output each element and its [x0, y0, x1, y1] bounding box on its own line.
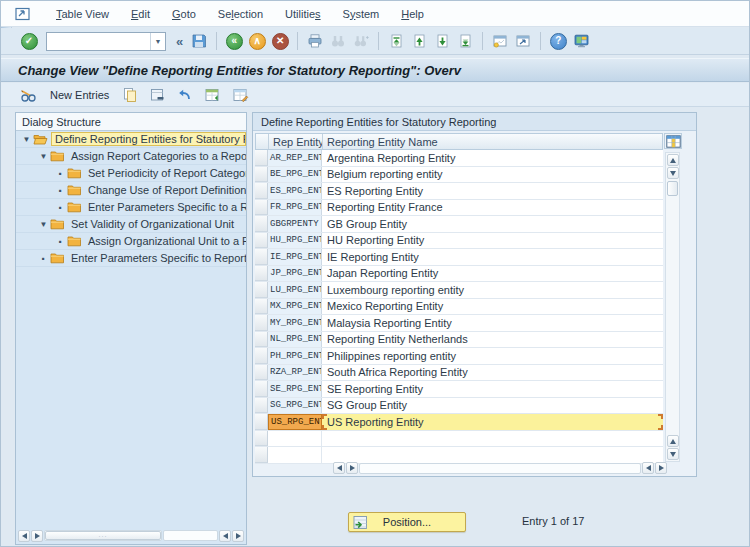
- dialog-structure-hscrollbar[interactable]: ···: [18, 529, 244, 542]
- entity-name-cell[interactable]: HU Reporting Entity: [322, 233, 663, 249]
- rep-entity-cell[interactable]: RZA_RP_ENT: [268, 365, 322, 381]
- row-select-cell[interactable]: [255, 249, 268, 265]
- scrollbar-thumb[interactable]: [667, 181, 678, 196]
- rep-entity-cell[interactable]: NL_RPG_ENT: [268, 332, 322, 348]
- entity-name-cell[interactable]: Malaysia Reporting Entity: [322, 315, 663, 331]
- find-next-button[interactable]: [351, 31, 371, 51]
- menu-item-selection[interactable]: Selection: [207, 5, 274, 23]
- table-vscrollbar[interactable]: [665, 152, 680, 462]
- row-select-cell[interactable]: [255, 315, 268, 331]
- scroll-right-button[interactable]: [31, 530, 43, 542]
- entity-name-cell[interactable]: Argentina Reporting Entity: [322, 150, 663, 166]
- scrollbar-track[interactable]: [359, 463, 641, 474]
- collapse-node-icon[interactable]: ▼: [37, 152, 50, 161]
- entity-name-cell[interactable]: Philippines reporting entity: [322, 348, 663, 364]
- exit-button[interactable]: ∧: [247, 31, 267, 51]
- scrollbar-thumb[interactable]: ···: [45, 531, 161, 540]
- tree-item[interactable]: ·Set Periodicity of Report Category: [16, 165, 246, 182]
- entity-name-cell[interactable]: [322, 447, 663, 463]
- rep-entity-cell[interactable]: MY_RPG_ENT: [268, 315, 322, 331]
- rep-entity-cell[interactable]: IE_RPG_ENT: [268, 249, 322, 265]
- copy-as-button[interactable]: [120, 85, 140, 105]
- row-select-cell[interactable]: [255, 266, 268, 282]
- menu-item-table-view[interactable]: Table View: [45, 5, 120, 23]
- scroll-up-button[interactable]: [667, 154, 679, 166]
- position-button[interactable]: Position...: [348, 512, 466, 532]
- rep-entity-cell[interactable]: GBGRPENTY: [268, 216, 322, 232]
- new-session-button[interactable]: [490, 31, 510, 51]
- entity-name-cell[interactable]: Japan Reporting Entity: [322, 266, 663, 282]
- rep-entity-cell[interactable]: US_RPG_ENT: [268, 414, 322, 430]
- column-header-rep-entity[interactable]: Rep Entity: [269, 134, 323, 149]
- select-all-button[interactable]: [202, 85, 223, 105]
- rep-entity-cell[interactable]: MX_RPG_ENT: [268, 299, 322, 315]
- save-button[interactable]: [189, 31, 209, 51]
- tree-item[interactable]: ·Enter Parameters Specific to a Report: [16, 199, 246, 216]
- row-select-cell[interactable]: [255, 167, 268, 183]
- scrollbar-track[interactable]: ···: [44, 530, 162, 541]
- rep-entity-cell[interactable]: [268, 431, 322, 447]
- row-select-cell[interactable]: [255, 447, 268, 463]
- scroll-down-button[interactable]: [667, 167, 679, 179]
- tree-item[interactable]: ·Assign Organizational Unit to a Report: [16, 233, 246, 250]
- tree-item[interactable]: ·Change Use of Report Definition: [16, 182, 246, 199]
- rep-entity-cell[interactable]: LU_RPG_ENT: [268, 282, 322, 298]
- column-header-entity-name[interactable]: Reporting Entity Name: [323, 134, 662, 149]
- tree-item[interactable]: ▼Set Validity of Organizational Unit: [16, 216, 246, 233]
- row-select-cell[interactable]: [255, 381, 268, 397]
- entity-name-cell[interactable]: US Reporting Entity: [322, 414, 663, 430]
- row-select-cell[interactable]: [255, 431, 268, 447]
- entity-name-cell[interactable]: [322, 431, 663, 447]
- cancel-button[interactable]: ✕: [270, 31, 290, 51]
- row-select-cell[interactable]: [255, 282, 268, 298]
- rep-entity-cell[interactable]: [268, 447, 322, 463]
- next-page-button[interactable]: [432, 31, 452, 51]
- command-input[interactable]: [47, 34, 150, 49]
- scroll-left-button[interactable]: [219, 530, 231, 542]
- entity-name-cell[interactable]: ES Reporting Entity: [322, 183, 663, 199]
- entity-name-cell[interactable]: GB Group Entity: [322, 216, 663, 232]
- table-settings-button[interactable]: [664, 133, 682, 149]
- scroll-right-button[interactable]: [232, 530, 244, 542]
- customize-layout-button[interactable]: [571, 31, 591, 51]
- rep-entity-cell[interactable]: ES_RPG_ENT: [268, 183, 322, 199]
- tree-item[interactable]: ▼Define Reporting Entities for Statutory…: [16, 131, 246, 148]
- scroll-left-button[interactable]: [18, 530, 30, 542]
- chevron-down-icon[interactable]: ▼: [150, 33, 165, 50]
- scrollbar-track[interactable]: [163, 530, 218, 541]
- entity-name-cell[interactable]: SE Reporting Entity: [322, 381, 663, 397]
- new-entries-button[interactable]: New Entries: [46, 85, 113, 105]
- rep-entity-cell[interactable]: AR_REP_ENT: [268, 150, 322, 166]
- last-page-button[interactable]: [455, 31, 475, 51]
- previous-page-button[interactable]: [409, 31, 429, 51]
- rep-entity-cell[interactable]: HU_RPG_ENT: [268, 233, 322, 249]
- collapse-node-icon[interactable]: ▼: [20, 135, 33, 144]
- entity-name-cell[interactable]: Reporting Entity France: [322, 200, 663, 216]
- entity-name-cell[interactable]: Mexico Reporting Entity: [322, 299, 663, 315]
- scroll-up-button[interactable]: [667, 435, 679, 447]
- row-select-cell[interactable]: [255, 200, 268, 216]
- tree-item[interactable]: ▼Assign Report Categories to a Reporting…: [16, 148, 246, 165]
- rep-entity-cell[interactable]: JP_RPG_ENT: [268, 266, 322, 282]
- menu-item-help[interactable]: Help: [390, 5, 435, 23]
- menu-item-system[interactable]: System: [332, 5, 391, 23]
- menu-item-edit[interactable]: Edit: [120, 5, 161, 23]
- entity-name-cell[interactable]: SG Group Entity: [322, 398, 663, 414]
- help-button[interactable]: ?: [548, 31, 568, 51]
- system-menu-icon[interactable]: [15, 7, 31, 21]
- undo-button[interactable]: [174, 85, 195, 105]
- row-select-cell[interactable]: [255, 216, 268, 232]
- entity-name-cell[interactable]: IE Reporting Entity: [322, 249, 663, 265]
- first-page-button[interactable]: [386, 31, 406, 51]
- row-select-cell[interactable]: [255, 183, 268, 199]
- scroll-left-button[interactable]: [642, 462, 654, 474]
- enter-button[interactable]: ✓: [19, 31, 39, 51]
- rep-entity-cell[interactable]: BE_RPG_ENT: [268, 167, 322, 183]
- select-all-column-header[interactable]: [256, 134, 269, 149]
- collapse-node-icon[interactable]: ▼: [37, 220, 50, 229]
- entity-name-cell[interactable]: Reporting Entity Netherlands: [322, 332, 663, 348]
- entity-name-cell[interactable]: South Africa Reporting Entity: [322, 365, 663, 381]
- scroll-right-button[interactable]: [346, 462, 358, 474]
- rep-entity-cell[interactable]: PH_RPG_ENT: [268, 348, 322, 364]
- row-select-cell[interactable]: [255, 299, 268, 315]
